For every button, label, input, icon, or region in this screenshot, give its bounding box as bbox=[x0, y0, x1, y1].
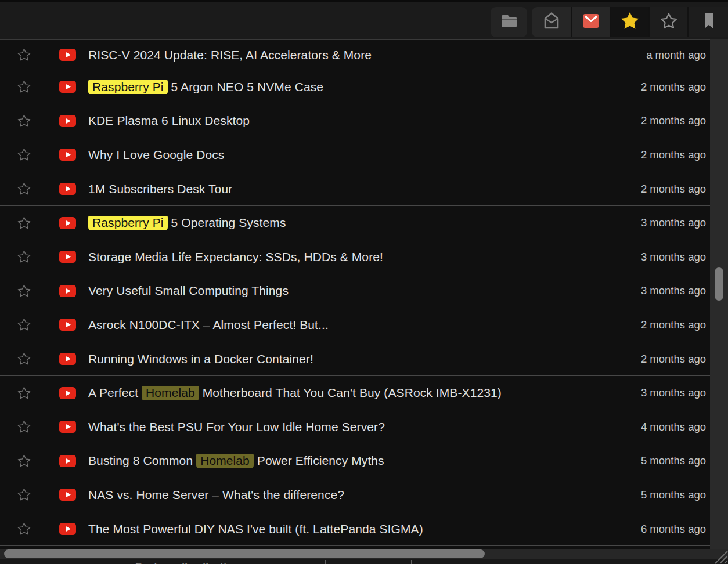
star-toggle-icon[interactable] bbox=[16, 47, 32, 63]
article-timestamp: 2 months ago bbox=[641, 353, 710, 366]
star-toggle-icon[interactable] bbox=[16, 487, 32, 502]
article-row[interactable]: The Most Powerful DIY NAS I've built (ft… bbox=[0, 512, 710, 547]
unread-filter-button[interactable] bbox=[571, 7, 610, 37]
star-toggle-icon[interactable] bbox=[16, 453, 32, 469]
starred-filter-button[interactable] bbox=[610, 7, 648, 37]
resize-grip-icon[interactable] bbox=[709, 545, 728, 564]
star-toggle-icon[interactable] bbox=[16, 79, 32, 95]
folder-filter-button[interactable] bbox=[491, 7, 527, 37]
star-filled-icon bbox=[619, 10, 641, 34]
title-text: Running Windows in a Docker Container! bbox=[88, 352, 313, 366]
article-row[interactable]: 1M Subscribers Desk Tour 2 months ago bbox=[0, 172, 710, 207]
youtube-icon bbox=[59, 489, 76, 501]
article-timestamp: a month ago bbox=[646, 49, 710, 62]
article-timestamp: 2 months ago bbox=[641, 149, 710, 161]
vertical-scrollbar-thumb[interactable] bbox=[715, 267, 723, 301]
article-title: Storage Media Life Expectancy: SSDs, HDD… bbox=[88, 250, 383, 264]
open-envelope-icon bbox=[541, 10, 562, 34]
article-row[interactable]: Running Windows in a Docker Container! 2… bbox=[0, 342, 710, 377]
title-text: Asrock N100DC-ITX – Almost Perfect! But.… bbox=[88, 318, 329, 331]
article-row[interactable]: Raspberry Pi 5 Operating Systems 3 month… bbox=[0, 206, 710, 240]
article-row[interactable]: Raspberry Pi 5 Argon NEO 5 NVMe Case 2 m… bbox=[0, 70, 710, 104]
title-text: Very Useful Small Computing Things bbox=[88, 284, 289, 297]
title-text: The Most Powerful DIY NAS I've built (ft… bbox=[88, 522, 423, 536]
title-text: Power Efficiency Myths bbox=[254, 454, 384, 467]
filter-toolbar bbox=[0, 2, 728, 39]
youtube-icon bbox=[59, 523, 76, 535]
star-toggle-icon[interactable] bbox=[16, 215, 32, 231]
star-toggle-icon[interactable] bbox=[16, 113, 32, 129]
occluded-divider bbox=[325, 560, 326, 564]
title-text: 5 Argon NEO 5 NVMe Case bbox=[168, 80, 324, 93]
star-toggle-icon[interactable] bbox=[16, 283, 32, 299]
youtube-icon bbox=[59, 251, 76, 263]
star-toggle-icon[interactable] bbox=[16, 147, 32, 162]
article-title: Running Windows in a Docker Container! bbox=[88, 352, 313, 366]
article-row[interactable]: Busting 8 Common Homelab Power Efficienc… bbox=[0, 444, 710, 479]
title-text: 5 Operating Systems bbox=[168, 216, 286, 229]
occluded-page-content: Explore all collections bbox=[0, 559, 728, 564]
star-toggle-icon[interactable] bbox=[16, 317, 32, 332]
article-row[interactable]: Storage Media Life Expectancy: SSDs, HDD… bbox=[0, 240, 710, 274]
star-toggle-icon[interactable] bbox=[16, 419, 32, 435]
explore-collections-link[interactable]: Explore all collections bbox=[135, 561, 245, 564]
search-highlight-olive: Homelab bbox=[142, 386, 199, 400]
article-row[interactable]: Very Useful Small Computing Things 3 mon… bbox=[0, 274, 710, 309]
article-title: 1M Subscribers Desk Tour bbox=[88, 182, 232, 196]
article-title: Raspberry Pi 5 Operating Systems bbox=[88, 216, 286, 230]
search-highlight-olive: Homelab bbox=[196, 454, 254, 468]
article-timestamp: 2 months ago bbox=[641, 81, 710, 93]
title-text: Busting 8 Common bbox=[88, 454, 196, 467]
horizontal-scrollbar-thumb[interactable] bbox=[4, 549, 485, 558]
title-text: Storage Media Life Expectancy: SSDs, HDD… bbox=[88, 250, 383, 263]
star-toggle-icon[interactable] bbox=[16, 181, 32, 197]
feed-reader-window: RISC-V 2024 Update: RISE, AI Accelerator… bbox=[0, 0, 728, 564]
article-title: Why I Love Google Docs bbox=[88, 148, 224, 162]
article-title: What's the Best PSU For Your Low Idle Ho… bbox=[88, 420, 385, 434]
article-row[interactable]: Asrock N100DC-ITX – Almost Perfect! But.… bbox=[0, 308, 710, 342]
article-title: Very Useful Small Computing Things bbox=[88, 284, 289, 298]
article-title: KDE Plasma 6 Linux Desktop bbox=[88, 114, 250, 128]
star-toggle-icon[interactable] bbox=[16, 351, 32, 367]
article-timestamp: 4 months ago bbox=[641, 421, 710, 433]
star-toggle-icon[interactable] bbox=[16, 521, 32, 537]
youtube-icon bbox=[59, 421, 76, 433]
search-highlight-yellow: Raspberry Pi bbox=[88, 80, 168, 94]
article-timestamp: 3 months ago bbox=[641, 284, 710, 297]
article-timestamp: 6 months ago bbox=[641, 523, 710, 536]
star-toggle-icon[interactable] bbox=[16, 385, 32, 401]
unread-envelope-icon bbox=[581, 10, 601, 34]
unstarred-filter-button[interactable] bbox=[648, 7, 687, 37]
star-toggle-icon[interactable] bbox=[16, 249, 32, 265]
article-timestamp: 2 months ago bbox=[641, 114, 710, 127]
read-state-filter-group bbox=[532, 7, 728, 37]
search-highlight-yellow: Raspberry Pi bbox=[88, 216, 168, 230]
article-title: The Most Powerful DIY NAS I've built (ft… bbox=[88, 522, 423, 536]
article-title: NAS vs. Home Server – What's the differe… bbox=[88, 488, 344, 502]
article-title: A Perfect Homelab Motherboard That You C… bbox=[88, 386, 502, 400]
article-row[interactable]: A Perfect Homelab Motherboard That You C… bbox=[0, 376, 710, 410]
article-title: Busting 8 Common Homelab Power Efficienc… bbox=[88, 454, 384, 468]
occluded-divider bbox=[411, 560, 412, 564]
youtube-icon bbox=[59, 81, 76, 93]
article-row[interactable]: RISC-V 2024 Update: RISE, AI Accelerator… bbox=[0, 40, 710, 70]
youtube-icon bbox=[59, 115, 76, 127]
article-row[interactable]: NAS vs. Home Server – What's the differe… bbox=[0, 478, 710, 512]
title-text: Motherboard That You Can't Buy (ASRock I… bbox=[199, 386, 502, 399]
article-title: Asrock N100DC-ITX – Almost Perfect! But.… bbox=[88, 318, 329, 332]
article-row[interactable]: What's the Best PSU For Your Low Idle Ho… bbox=[0, 410, 710, 444]
article-row[interactable]: KDE Plasma 6 Linux Desktop 2 months ago bbox=[0, 104, 710, 139]
article-row[interactable]: Why I Love Google Docs 2 months ago bbox=[0, 138, 710, 172]
article-title: Raspberry Pi 5 Argon NEO 5 NVMe Case bbox=[88, 80, 323, 94]
title-text: Why I Love Google Docs bbox=[88, 148, 224, 161]
youtube-icon bbox=[59, 217, 76, 229]
youtube-icon bbox=[59, 319, 76, 331]
article-list: RISC-V 2024 Update: RISE, AI Accelerator… bbox=[0, 39, 710, 549]
article-timestamp: 3 months ago bbox=[641, 251, 710, 263]
all-items-filter-button[interactable] bbox=[532, 7, 571, 37]
youtube-icon bbox=[59, 387, 76, 399]
title-text: What's the Best PSU For Your Low Idle Ho… bbox=[88, 420, 385, 433]
horizontal-scrollbar-track[interactable] bbox=[0, 549, 728, 559]
title-text: KDE Plasma 6 Linux Desktop bbox=[88, 114, 250, 127]
saved-filter-button[interactable] bbox=[687, 7, 728, 37]
